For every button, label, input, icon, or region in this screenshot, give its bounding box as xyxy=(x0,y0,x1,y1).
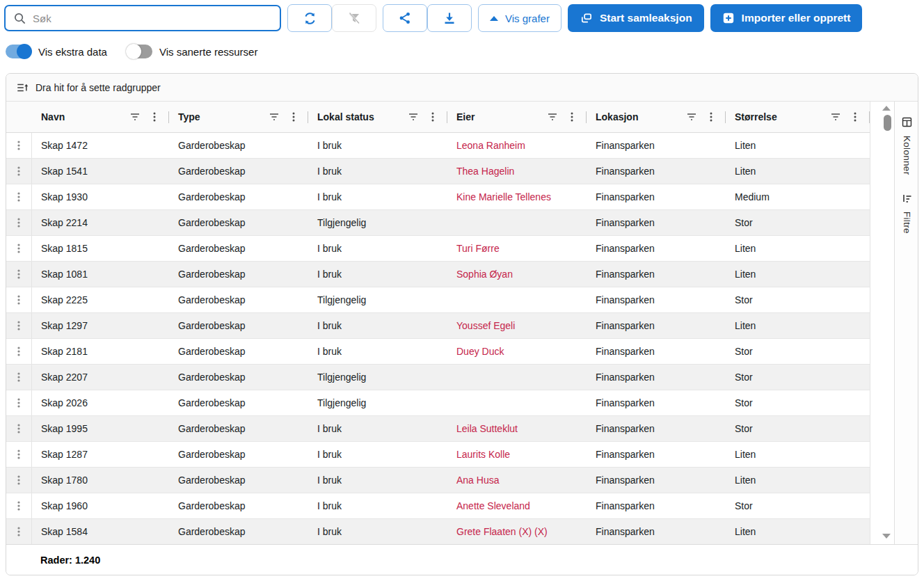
cell-type[interactable]: Garderobeskap xyxy=(169,519,308,544)
cell-status[interactable]: Tilgjengelig xyxy=(308,390,447,415)
row-drag-handle-icon[interactable] xyxy=(6,262,32,287)
row-drag-handle-icon[interactable] xyxy=(6,133,32,158)
cell-storrelse[interactable]: Liten xyxy=(726,442,870,467)
cell-status[interactable]: I bruk xyxy=(308,442,447,467)
cell-navn[interactable]: Skap 1780 xyxy=(32,468,169,493)
import-or-create-button[interactable]: Importer eller opprett xyxy=(710,4,863,32)
row-drag-handle-icon[interactable] xyxy=(6,287,32,312)
cell-storrelse[interactable]: Liten xyxy=(726,468,870,493)
start-bulk-action-button[interactable]: Start samleaksjon xyxy=(568,4,704,32)
row-drag-handle-icon[interactable] xyxy=(6,184,32,209)
cell-type[interactable]: Garderobeskap xyxy=(169,416,308,441)
cell-eier[interactable]: Youssef Egeli xyxy=(447,313,587,338)
scroll-down-arrow-icon[interactable] xyxy=(882,534,891,539)
cell-status[interactable]: I bruk xyxy=(308,339,447,364)
cell-storrelse[interactable]: Stor xyxy=(726,339,870,364)
table-row[interactable]: Skap 1780GarderobeskapI brukAna HusaFina… xyxy=(6,468,870,493)
show-sanitized-resources-toggle[interactable] xyxy=(127,45,152,58)
cell-navn[interactable]: Skap 1081 xyxy=(32,262,169,287)
cell-type[interactable]: Garderobeskap xyxy=(169,262,308,287)
cell-lokasjon[interactable]: Finansparken xyxy=(587,468,726,493)
cell-storrelse[interactable]: Liten xyxy=(726,262,870,287)
owner-link[interactable]: Turi Førre xyxy=(456,243,500,254)
table-row[interactable]: Skap 1287GarderobeskapI brukLaurits Koll… xyxy=(6,442,870,468)
table-row[interactable]: Skap 2225GarderobeskapTilgjengeligFinans… xyxy=(6,287,870,313)
cell-navn[interactable]: Skap 1287 xyxy=(32,442,169,467)
cell-eier[interactable]: Ana Husa xyxy=(447,468,587,493)
cell-lokasjon[interactable]: Finansparken xyxy=(587,287,726,312)
show-charts-button[interactable]: Vis grafer xyxy=(478,4,561,32)
owner-link[interactable]: Anette Sleveland xyxy=(456,500,530,511)
owner-link[interactable]: Leila Sutteklut xyxy=(456,423,518,434)
table-row[interactable]: Skap 1472GarderobeskapI brukLeona Ranhei… xyxy=(6,133,870,159)
cell-eier[interactable]: Sophia Øyan xyxy=(447,262,587,287)
side-tab-filtre[interactable]: Filtre xyxy=(902,193,913,234)
cell-eier[interactable]: Thea Hagelin xyxy=(447,159,587,184)
cell-navn[interactable]: Skap 1584 xyxy=(32,519,169,544)
column-filter-icon[interactable] xyxy=(686,111,697,122)
owner-link[interactable]: Grete Flaaten (X) (X) xyxy=(456,526,548,537)
column-menu-icon[interactable] xyxy=(289,111,298,122)
cell-storrelse[interactable]: Liten xyxy=(726,313,870,338)
cell-type[interactable]: Garderobeskap xyxy=(169,236,308,261)
row-drag-handle-icon[interactable] xyxy=(6,159,32,184)
row-drag-handle-icon[interactable] xyxy=(6,390,32,415)
owner-link[interactable]: Duey Duck xyxy=(456,346,504,357)
table-row[interactable]: Skap 1584GarderobeskapI brukGrete Flaate… xyxy=(6,519,870,544)
column-menu-icon[interactable] xyxy=(150,111,159,122)
table-row[interactable]: Skap 1541GarderobeskapI brukThea Hagelin… xyxy=(6,159,870,184)
cell-storrelse[interactable]: Stor xyxy=(726,365,870,390)
row-drag-handle-icon[interactable] xyxy=(6,442,32,467)
cell-lokasjon[interactable]: Finansparken xyxy=(587,313,726,338)
column-menu-icon[interactable] xyxy=(706,111,716,122)
column-filter-icon[interactable] xyxy=(830,111,841,122)
cell-eier[interactable]: Grete Flaaten (X) (X) xyxy=(447,519,587,544)
cell-storrelse[interactable]: Stor xyxy=(726,287,870,312)
cell-navn[interactable]: Skap 2225 xyxy=(32,287,169,312)
cell-storrelse[interactable]: Medium xyxy=(726,184,870,209)
column-filter-icon[interactable] xyxy=(129,111,141,122)
cell-eier[interactable]: Leila Sutteklut xyxy=(447,416,587,441)
owner-link[interactable]: Youssef Egeli xyxy=(456,320,515,331)
column-header-navn[interactable]: Navn xyxy=(32,102,169,132)
cell-lokasjon[interactable]: Finansparken xyxy=(587,159,726,184)
cell-lokasjon[interactable]: Finansparken xyxy=(587,133,726,158)
cell-type[interactable]: Garderobeskap xyxy=(169,390,308,415)
cell-navn[interactable]: Skap 2181 xyxy=(32,339,169,364)
cell-status[interactable]: I bruk xyxy=(308,159,447,184)
cell-type[interactable]: Garderobeskap xyxy=(169,442,308,467)
scrollbar-thumb[interactable] xyxy=(884,115,891,131)
column-filter-icon[interactable] xyxy=(547,111,558,122)
cell-type[interactable]: Garderobeskap xyxy=(169,339,308,364)
cell-type[interactable]: Garderobeskap xyxy=(169,365,308,390)
cell-status[interactable]: I bruk xyxy=(308,236,447,261)
row-drag-handle-icon[interactable] xyxy=(6,493,32,518)
table-row[interactable]: Skap 1930GarderobeskapI brukKine Mariell… xyxy=(6,184,870,210)
cell-storrelse[interactable]: Stor xyxy=(726,390,870,415)
show-extra-data-toggle[interactable] xyxy=(6,45,31,58)
cell-navn[interactable]: Skap 2214 xyxy=(32,210,169,235)
cell-lokasjon[interactable]: Finansparken xyxy=(587,262,726,287)
row-drag-handle-icon[interactable] xyxy=(6,339,32,364)
cell-navn[interactable]: Skap 1297 xyxy=(32,313,169,338)
row-drag-handle-icon[interactable] xyxy=(6,468,32,493)
cell-type[interactable]: Garderobeskap xyxy=(169,493,308,518)
cell-eier[interactable]: Turi Førre xyxy=(447,236,587,261)
table-row[interactable]: Skap 1297GarderobeskapI brukYoussef Egel… xyxy=(6,313,870,339)
cell-navn[interactable]: Skap 2207 xyxy=(32,365,169,390)
cell-navn[interactable]: Skap 1541 xyxy=(32,159,169,184)
cell-navn[interactable]: Skap 2026 xyxy=(32,390,169,415)
column-filter-icon[interactable] xyxy=(269,111,280,122)
cell-eier[interactable] xyxy=(447,390,587,415)
cell-status[interactable]: I bruk xyxy=(308,493,447,518)
cell-type[interactable]: Garderobeskap xyxy=(169,184,308,209)
table-row[interactable]: Skap 2214GarderobeskapTilgjengeligFinans… xyxy=(6,210,870,236)
cell-eier[interactable]: Kine Marielle Tellenes xyxy=(447,184,587,209)
column-header-status[interactable]: Lokal status xyxy=(308,102,447,132)
column-menu-icon[interactable] xyxy=(428,111,438,122)
row-drag-handle-icon[interactable] xyxy=(6,416,32,441)
cell-status[interactable]: Tilgjengelig xyxy=(308,287,447,312)
column-header-storrelse[interactable]: Størrelse xyxy=(726,102,870,132)
table-row[interactable]: Skap 2207GarderobeskapTilgjengeligFinans… xyxy=(6,365,870,390)
cell-status[interactable]: I bruk xyxy=(308,133,447,158)
